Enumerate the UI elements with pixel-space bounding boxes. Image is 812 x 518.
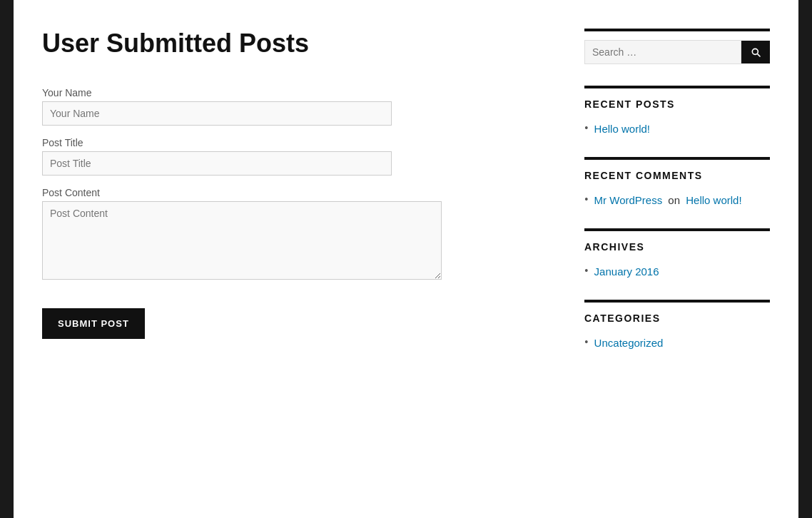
name-field-group: Your Name	[42, 87, 542, 126]
name-label: Your Name	[42, 87, 542, 98]
page-title: User Submitted Posts	[42, 29, 542, 59]
sidebar: RECENT POSTS Hello world! RECENT COMMENT…	[584, 29, 770, 371]
title-field-group: Post Title	[42, 137, 542, 176]
archives-list: January 2016	[584, 263, 770, 280]
comment-on-text: on	[668, 194, 680, 206]
recent-comments-heading: RECENT COMMENTS	[584, 170, 770, 181]
recent-comments-section: RECENT COMMENTS Mr WordPress on Hello wo…	[584, 157, 770, 208]
search-icon	[750, 46, 761, 58]
archives-heading: ARCHIVES	[584, 241, 770, 253]
categories-heading: CATEGORIES	[584, 313, 770, 324]
comment-author-link[interactable]: Mr WordPress	[594, 194, 663, 206]
category-link[interactable]: Uncategorized	[594, 337, 664, 349]
content-label: Post Content	[42, 187, 542, 198]
content-field-group: Post Content	[42, 187, 542, 283]
recent-comments-list: Mr WordPress on Hello world!	[584, 191, 770, 208]
list-item: January 2016	[584, 263, 770, 280]
archive-link[interactable]: January 2016	[594, 265, 659, 278]
title-label: Post Title	[42, 137, 542, 148]
recent-post-link[interactable]: Hello world!	[594, 123, 650, 135]
list-item: Hello world!	[584, 120, 770, 137]
list-item: Mr WordPress on Hello world!	[584, 191, 770, 208]
content-textarea[interactable]	[42, 201, 442, 280]
categories-list: Uncategorized	[584, 334, 770, 351]
comment-item: Mr WordPress on Hello world!	[594, 194, 742, 206]
submit-post-button[interactable]: SUBMIT POST	[42, 308, 145, 339]
title-input[interactable]	[42, 151, 392, 176]
search-input[interactable]	[584, 40, 741, 64]
archives-section: ARCHIVES January 2016	[584, 228, 770, 280]
search-widget	[584, 29, 770, 64]
recent-posts-heading: RECENT POSTS	[584, 98, 770, 110]
page-wrapper: User Submitted Posts Your Name Post Titl…	[14, 0, 798, 518]
recent-posts-list: Hello world!	[584, 120, 770, 137]
layout: User Submitted Posts Your Name Post Titl…	[42, 29, 770, 371]
comment-post-link[interactable]: Hello world!	[686, 194, 741, 206]
main-content: User Submitted Posts Your Name Post Titl…	[42, 29, 542, 371]
name-input[interactable]	[42, 101, 392, 126]
list-item: Uncategorized	[584, 334, 770, 351]
categories-section: CATEGORIES Uncategorized	[584, 300, 770, 351]
recent-posts-section: RECENT POSTS Hello world!	[584, 86, 770, 137]
search-button[interactable]	[741, 41, 770, 64]
